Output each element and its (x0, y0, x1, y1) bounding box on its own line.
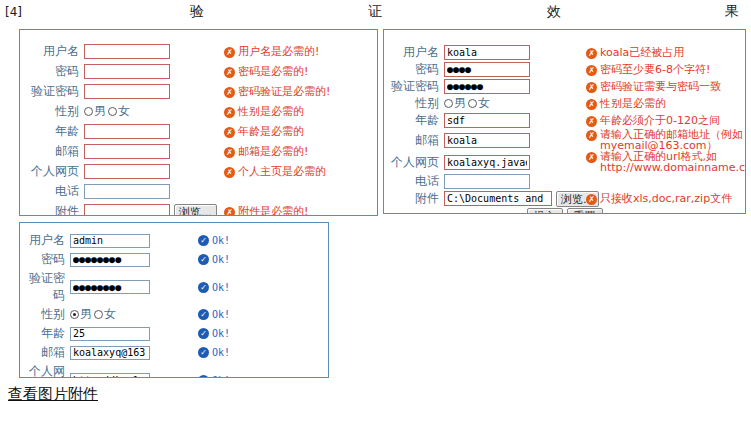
view-image-attachment-link[interactable]: 查看图片附件 (8, 385, 98, 404)
homepage-input[interactable] (70, 373, 150, 378)
password-status: ✗密码至少要6-8个字符! (586, 64, 745, 76)
form-panel-invalid-values-errors: 用户名✗koala已经被占用密码✗密码至少要6-8个字符!验证密码✗密码验证需要… (383, 29, 746, 214)
gender-label: 性别 (20, 103, 84, 120)
ok-message: Ok! (212, 281, 230, 294)
email-status: ✗邮箱是必需的! (224, 146, 377, 158)
error-icon: ✗ (586, 48, 597, 59)
phone-label: 电话 (20, 183, 84, 200)
confirm-password-label: 验证密码 (20, 83, 84, 100)
form-row-gender: 性别男女✓Ok! (20, 306, 328, 323)
form-row-password: 密码✗密码至少要6-8个字符! (384, 61, 745, 78)
password-status: ✗密码是必需的! (224, 66, 377, 78)
reset-button[interactable]: 重置 (567, 208, 603, 214)
error-icon: ✗ (224, 47, 235, 58)
form-row-email: 邮箱✓Ok! (20, 344, 328, 361)
error-icon: ✗ (224, 127, 235, 138)
age-label: 年龄 (20, 123, 84, 140)
username-status: ✓Ok! (198, 234, 328, 247)
error-icon: ✗ (224, 167, 235, 178)
confirm-password-label: 验证密码 (384, 78, 444, 95)
confirm-password-label: 验证密码 (20, 270, 70, 304)
attachment-label: 附件 (20, 203, 84, 216)
gender-male-radio[interactable] (70, 310, 79, 319)
gender-female-radio[interactable] (94, 310, 103, 319)
gender-female-label: 女 (478, 95, 490, 112)
homepage-status: ✓Ok! (198, 374, 328, 379)
form-buttons-row: 提交重置 (384, 208, 745, 214)
error-message: 邮箱是必需的! (238, 146, 308, 158)
form-row-confirm-password: 验证密码✓Ok! (20, 270, 328, 304)
phone-input[interactable] (84, 184, 170, 199)
email-input[interactable] (70, 346, 150, 360)
ok-message: Ok! (212, 308, 230, 321)
form-row-phone: 电话 (20, 183, 377, 200)
age-input[interactable] (70, 327, 150, 341)
form-row-password: 密码✓Ok! (20, 251, 328, 268)
ok-message: Ok! (212, 253, 230, 266)
password-label: 密码 (20, 63, 84, 80)
title-char: 验 (190, 3, 204, 21)
phone-label: 电话 (384, 173, 444, 190)
gender-female-radio[interactable] (108, 107, 117, 116)
password-input[interactable] (70, 253, 150, 267)
error-icon: ✗ (586, 99, 597, 110)
gender-male-radio[interactable] (84, 107, 93, 116)
browse-button[interactable]: 浏览… (174, 204, 217, 217)
ok-message: Ok! (212, 327, 230, 340)
form-row-age: 年龄✗年龄是必需的 (20, 123, 377, 140)
age-label: 年龄 (20, 325, 70, 342)
homepage-status: ✗请输入正确的url格式,如 http://www.domainname.com (586, 151, 745, 173)
email-input[interactable] (444, 133, 530, 148)
gender-female-radio[interactable] (468, 99, 477, 108)
error-icon: ✗ (586, 82, 597, 93)
form-row-gender: 性别男女✗性别是必需的 (20, 103, 377, 120)
form-row-phone: 电话 (384, 173, 745, 190)
username-input[interactable] (70, 234, 150, 248)
age-input[interactable] (444, 113, 530, 128)
phone-input[interactable] (444, 174, 530, 189)
error-message: 请输入正确的邮箱地址（例如 myemail@163.com） (600, 129, 745, 151)
homepage-input[interactable] (84, 164, 170, 179)
ok-icon: ✓ (198, 375, 209, 379)
email-input[interactable] (84, 144, 170, 159)
form-row-username: 用户名✗koala已经被占用 (384, 44, 745, 61)
attachment-label: 附件 (384, 190, 444, 207)
password-status: ✓Ok! (198, 253, 328, 266)
error-icon: ✗ (224, 147, 235, 158)
form-row-password: 密码✗密码是必需的! (20, 63, 377, 80)
password-input[interactable] (444, 62, 530, 77)
age-input[interactable] (84, 124, 170, 139)
username-input[interactable] (444, 45, 530, 60)
error-message: 用户名是必需的! (238, 46, 319, 58)
gender-male-radio[interactable] (444, 99, 453, 108)
error-icon: ✗ (586, 116, 597, 127)
gender-status: ✓Ok! (198, 308, 328, 321)
gender-male-label: 男 (94, 103, 106, 120)
attachment-input[interactable] (84, 204, 170, 216)
attachment-input[interactable] (444, 191, 552, 206)
email-label: 邮箱 (20, 344, 70, 361)
username-input[interactable] (84, 44, 170, 59)
confirm-password-input[interactable] (444, 79, 530, 94)
username-label: 用户名 (20, 43, 84, 60)
homepage-input[interactable] (444, 155, 530, 170)
age-status: ✗年龄必须介于0-120之间 (586, 115, 745, 127)
gender-male-label: 男 (80, 306, 92, 323)
confirm-password-input[interactable] (84, 84, 170, 99)
form-row-email: 邮箱✗邮箱是必需的! (20, 143, 377, 160)
form-row-homepage: 个人网页✗请输入正确的url格式,如 http://www.domainname… (384, 151, 745, 173)
gender-male-label: 男 (454, 95, 466, 112)
error-icon: ✗ (224, 87, 235, 98)
password-input[interactable] (84, 64, 170, 79)
confirm-password-status: ✗密码验证是必需的! (224, 86, 377, 98)
email-label: 邮箱 (384, 132, 444, 149)
error-message: koala已经被占用 (600, 47, 684, 58)
error-message: 年龄是必需的 (238, 126, 304, 138)
error-message: 附件是必需的! (238, 206, 308, 217)
confirm-password-input[interactable] (70, 280, 150, 294)
submit-button[interactable]: 提交 (527, 208, 563, 214)
email-status: ✓Ok! (198, 346, 328, 359)
form-row-homepage: 个人网页✗个人主页是必需的 (20, 163, 377, 180)
error-icon: ✗ (586, 152, 597, 163)
form-panel-empty-form-errors: 用户名✗用户名是必需的!密码✗密码是必需的!验证密码✗密码验证是必需的!性别男女… (19, 29, 378, 216)
